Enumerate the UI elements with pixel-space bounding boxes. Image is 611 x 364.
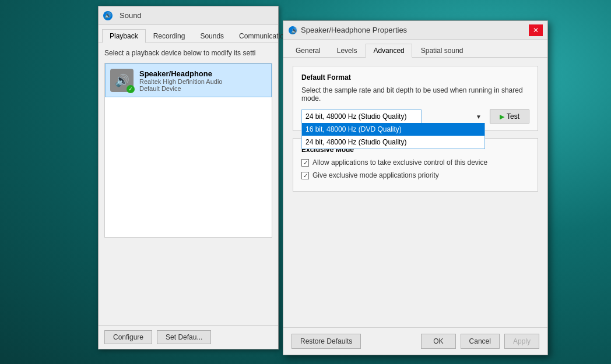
props-tabs: General Levels Advanced Spatial sound bbox=[283, 40, 547, 58]
default-format-title: Default Format bbox=[301, 73, 529, 82]
test-play-icon: ▶ bbox=[500, 113, 504, 121]
device-name: Speaker/Headphone bbox=[139, 69, 222, 78]
exclusive-checkbox-label-1: Allow applications to take exclusive con… bbox=[312, 158, 487, 167]
sound-footer: Configure Set Defau... bbox=[99, 325, 278, 349]
sound-content: Select a playback device below to modify… bbox=[99, 43, 278, 243]
format-dropdown-wrap: 16 bit, 48000 Hz (DVD Quality)24 bit, 48… bbox=[301, 109, 485, 123]
sound-title-text: Sound bbox=[120, 11, 142, 20]
props-title-left: 🔊 Speaker/Headphone Properties bbox=[288, 26, 407, 35]
sound-title-left: 🔊 Sound bbox=[103, 11, 142, 20]
default-check-badge: ✓ bbox=[127, 85, 135, 93]
close-button[interactable]: ✕ bbox=[529, 24, 543, 36]
test-button[interactable]: ▶ Test bbox=[490, 109, 529, 123]
sound-title-bar: 🔊 Sound bbox=[99, 6, 278, 25]
format-dropdown-row: 16 bit, 48000 Hz (DVD Quality)24 bit, 48… bbox=[301, 109, 529, 123]
set-default-button[interactable]: Set Defau... bbox=[157, 330, 211, 344]
svg-text:🔊: 🔊 bbox=[291, 27, 297, 34]
tab-spatial-sound[interactable]: Spatial sound bbox=[413, 44, 471, 58]
props-title-bar: 🔊 Speaker/Headphone Properties ✕ bbox=[283, 21, 547, 40]
exclusive-checkbox-row-1: ✓ Allow applications to take exclusive c… bbox=[301, 158, 529, 167]
props-dialog-icon: 🔊 bbox=[288, 26, 297, 35]
tab-recording[interactable]: Recording bbox=[146, 29, 193, 43]
props-body: Default Format Select the sample rate an… bbox=[283, 58, 547, 207]
exclusive-checkbox-2[interactable]: ✓ bbox=[301, 172, 309, 179]
exclusive-checkbox-1[interactable]: ✓ bbox=[301, 159, 309, 167]
device-sub2: Default Device bbox=[139, 85, 222, 92]
default-format-section: Default Format Select the sample rate an… bbox=[293, 66, 538, 131]
sound-window: 🔊 Sound Playback Recording Sounds Commun… bbox=[98, 6, 279, 349]
exclusive-checkbox-label-2: Give exclusive mode applications priorit… bbox=[312, 171, 439, 179]
tab-levels[interactable]: Levels bbox=[329, 44, 365, 58]
tab-advanced[interactable]: Advanced bbox=[366, 44, 412, 58]
device-info: Speaker/Headphone Realtek High Definitio… bbox=[139, 69, 222, 92]
ok-button[interactable]: OK bbox=[421, 334, 455, 349]
tab-sounds[interactable]: Sounds bbox=[192, 29, 231, 43]
sound-description: Select a playback device below to modify… bbox=[104, 49, 272, 57]
exclusive-checkbox-row-2: ✓ Give exclusive mode applications prior… bbox=[301, 171, 529, 179]
device-icon-wrap: 🔊 ✓ bbox=[110, 69, 134, 92]
cancel-button[interactable]: Cancel bbox=[461, 334, 500, 349]
restore-defaults-button[interactable]: Restore Defaults bbox=[292, 334, 361, 349]
footer-right-buttons: OK Cancel Apply bbox=[421, 334, 539, 349]
device-sub1: Realtek High Definition Audio bbox=[139, 78, 222, 85]
sound-tabs: Playback Recording Sounds Communications bbox=[99, 25, 278, 43]
device-list: 🔊 ✓ Speaker/Headphone Realtek High Defin… bbox=[104, 63, 272, 238]
tab-playback[interactable]: Playback bbox=[102, 29, 146, 43]
default-format-desc: Select the sample rate and bit depth to … bbox=[301, 86, 529, 103]
apply-button[interactable]: Apply bbox=[504, 334, 539, 349]
props-footer: Restore Defaults OK Cancel Apply bbox=[283, 327, 547, 355]
format-dropdown-open: 16 bit, 48000 Hz (DVD Quality) 24 bit, 4… bbox=[301, 123, 485, 149]
device-item-speaker[interactable]: 🔊 ✓ Speaker/Headphone Realtek High Defin… bbox=[105, 63, 272, 97]
properties-dialog: 🔊 Speaker/Headphone Properties ✕ General… bbox=[283, 20, 548, 355]
dropdown-option-studio[interactable]: 24 bit, 48000 Hz (Studio Quality) bbox=[302, 136, 484, 149]
dropdown-arrow-icon: ▼ bbox=[476, 114, 482, 120]
test-btn-label: Test bbox=[507, 112, 519, 121]
dropdown-option-dvd[interactable]: 16 bit, 48000 Hz (DVD Quality) bbox=[302, 123, 484, 136]
sound-window-icon: 🔊 bbox=[103, 11, 113, 20]
format-dropdown[interactable]: 16 bit, 48000 Hz (DVD Quality)24 bit, 48… bbox=[301, 109, 422, 123]
configure-button[interactable]: Configure bbox=[104, 330, 152, 344]
tab-general[interactable]: General bbox=[288, 44, 328, 58]
props-title-text: Speaker/Headphone Properties bbox=[301, 26, 407, 34]
